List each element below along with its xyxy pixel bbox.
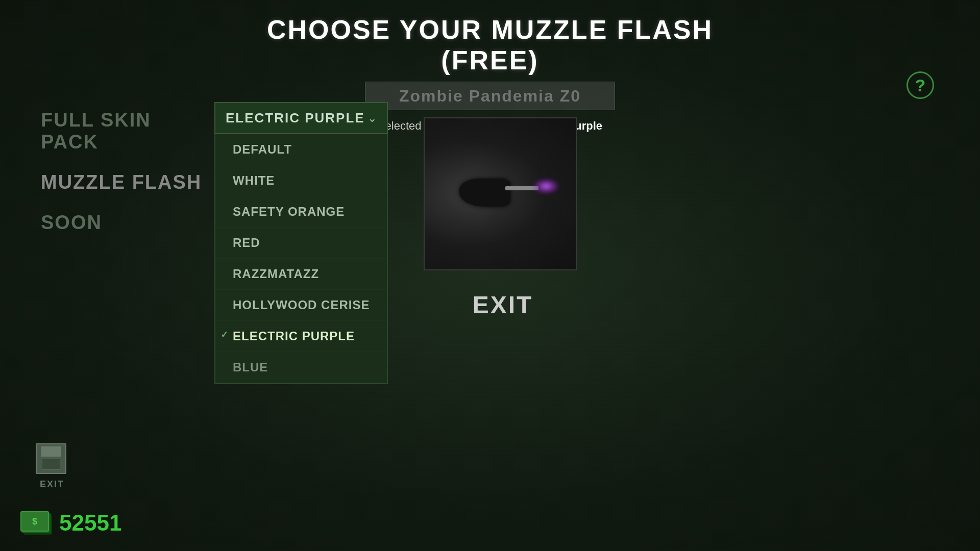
dropdown-item-blue[interactable]: BLUE xyxy=(215,352,387,383)
preview-exit-label: EXIT xyxy=(473,291,533,318)
sidebar-item-muzzle-flash[interactable]: MUZZLE FLASH xyxy=(31,164,214,201)
cash-icon xyxy=(20,511,51,535)
color-dropdown-selected[interactable]: ELECTRIC PURPLE ⌄ xyxy=(214,102,388,134)
dropdown-item-safety-orange[interactable]: SAFETY ORANGE xyxy=(215,196,387,228)
preview-image-inner xyxy=(425,118,576,269)
dropdown-selected-text: ELECTRIC PURPLE xyxy=(226,110,365,126)
sidebar-item-label-full-skin-pack: FULL SKIN PACK xyxy=(41,109,151,153)
dropdown-item-hollywood-cerise[interactable]: HOLLYWOOD CERISE xyxy=(215,290,387,321)
dropdown-arrow-icon: ⌄ xyxy=(368,112,377,125)
help-button[interactable]: ? xyxy=(906,71,934,99)
currency-amount: 52551 xyxy=(59,510,121,536)
gun-body xyxy=(459,179,510,207)
save-icon-body xyxy=(36,443,66,474)
sidebar-item-label-soon: SOON xyxy=(41,212,102,233)
preview-image xyxy=(424,117,577,270)
muzzle-flash-effect xyxy=(533,179,559,194)
preview-exit-button[interactable]: EXIT xyxy=(424,291,582,319)
sidebar-item-soon[interactable]: SOON xyxy=(31,205,214,241)
sidebar-item-full-skin-pack[interactable]: FULL SKIN PACK xyxy=(31,102,214,160)
color-dropdown-list: DEFAULT WHITE SAFETY ORANGE RED RAZZMATA… xyxy=(214,134,388,384)
color-dropdown-wrapper: ELECTRIC PURPLE ⌄ DEFAULT WHITE SAFETY O… xyxy=(214,102,388,134)
dropdown-item-red[interactable]: RED xyxy=(215,228,387,259)
page-title: CHOOSE YOUR MUZZLE FLASH (FREE) xyxy=(0,0,980,76)
cash-stack xyxy=(20,511,49,532)
preview-area: EXIT xyxy=(424,117,582,319)
gun-silhouette xyxy=(449,163,551,224)
dropdown-item-white[interactable]: WHITE xyxy=(215,165,387,196)
save-icon xyxy=(36,443,68,476)
page-title-text: CHOOSE YOUR MUZZLE FLASH (FREE) xyxy=(0,14,980,76)
currency-display: 52551 xyxy=(20,510,121,536)
page-container: CHOOSE YOUR MUZZLE FLASH (FREE) Zombie P… xyxy=(0,0,980,551)
save-exit-label: EXIT xyxy=(40,479,64,490)
sidebar: FULL SKIN PACK MUZZLE FLASH SOON xyxy=(31,102,214,245)
dropdown-item-razzmatazz[interactable]: RAZZMATAZZ xyxy=(215,259,387,290)
help-icon: ? xyxy=(915,77,926,94)
save-exit-button[interactable]: EXIT xyxy=(36,443,68,490)
sidebar-item-label-muzzle-flash: MUZZLE FLASH xyxy=(41,171,202,193)
dropdown-item-electric-purple[interactable]: ELECTRIC PURPLE xyxy=(215,321,387,352)
dropdown-item-default[interactable]: DEFAULT xyxy=(215,134,387,165)
main-content: ELECTRIC PURPLE ⌄ DEFAULT WHITE SAFETY O… xyxy=(214,102,949,134)
